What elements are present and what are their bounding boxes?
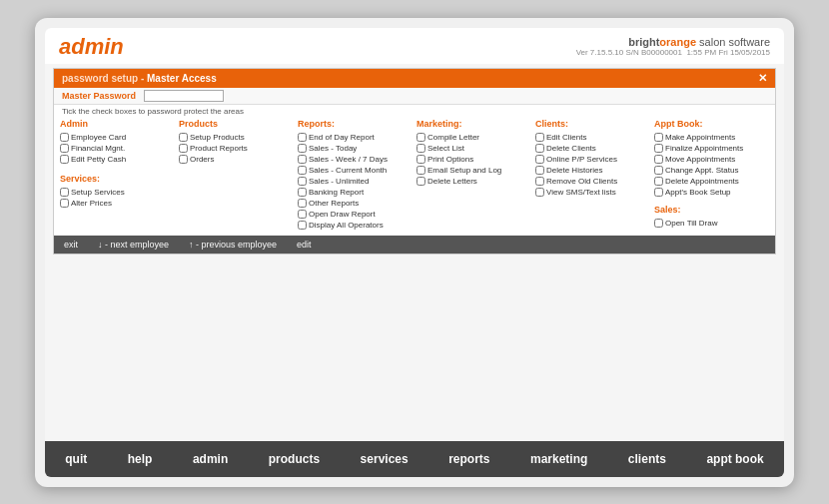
change-appt-status-checkbox[interactable]: [654, 166, 663, 175]
logo-area: brightorange salon software Ver 7.15.5.1…: [576, 36, 770, 57]
move-appointments-label: Move Appointments: [665, 155, 735, 164]
nav-clients[interactable]: clients: [618, 444, 676, 474]
device-frame: admin brightorange salon software Ver 7.…: [35, 18, 794, 487]
view-sms-checkbox[interactable]: [535, 188, 544, 197]
appts-book-setup-checkbox[interactable]: [654, 188, 663, 197]
delete-appointments-label: Delete Appointments: [665, 177, 739, 186]
modal-close-button[interactable]: ✕: [758, 72, 767, 85]
list-item: Finalize Appointments: [654, 144, 769, 153]
edit-clients-checkbox[interactable]: [535, 133, 544, 142]
online-pp-services-label: Online P/P Services: [546, 155, 617, 164]
nav-appt-book[interactable]: appt book: [696, 444, 773, 474]
banking-report-checkbox[interactable]: [298, 188, 307, 197]
list-item: Delete Clients: [535, 144, 650, 153]
alter-prices-checkbox[interactable]: [60, 199, 69, 208]
sales-header: Sales:: [654, 205, 769, 216]
sales-current-month-checkbox[interactable]: [298, 166, 307, 175]
delete-clients-checkbox[interactable]: [535, 144, 544, 153]
services-header: Services:: [60, 174, 175, 185]
list-item: Delete Histories: [535, 166, 650, 175]
nav-marketing[interactable]: marketing: [520, 444, 597, 474]
orders-checkbox[interactable]: [179, 155, 188, 164]
display-all-operators-checkbox[interactable]: [298, 221, 307, 230]
list-item: Alter Prices: [60, 199, 175, 208]
logo-bright: bright: [628, 36, 659, 48]
list-item: Sales - Unlimited: [298, 177, 413, 186]
list-item: Make Appointments: [654, 133, 769, 142]
list-item: Select List: [416, 144, 531, 153]
admin-column: Admin Employee Card Financial Mgnt. Edit…: [60, 119, 175, 232]
setup-services-checkbox[interactable]: [60, 188, 69, 197]
open-till-draw-checkbox[interactable]: [654, 219, 663, 228]
setup-services-label: Setup Services: [71, 188, 125, 197]
device-inner: admin brightorange salon software Ver 7.…: [45, 28, 784, 477]
make-appointments-checkbox[interactable]: [654, 133, 663, 142]
list-item: Edit Petty Cash: [60, 155, 175, 164]
list-item: View SMS/Text lists: [535, 188, 650, 197]
other-reports-checkbox[interactable]: [298, 199, 307, 208]
financial-mgnt-checkbox[interactable]: [60, 144, 69, 153]
delete-histories-checkbox[interactable]: [535, 166, 544, 175]
sales-current-month-label: Sales - Current Month: [309, 166, 387, 175]
delete-letters-label: Delete Letters: [427, 177, 477, 186]
employee-card-checkbox[interactable]: [60, 133, 69, 142]
online-pp-services-checkbox[interactable]: [535, 155, 544, 164]
list-item: Email Setup and Log: [416, 166, 531, 175]
exit-button[interactable]: exit: [64, 240, 78, 250]
products-column: Products Setup Products Product Reports …: [179, 119, 294, 232]
move-appointments-checkbox[interactable]: [654, 155, 663, 164]
nav-services[interactable]: services: [351, 444, 418, 474]
list-item: Financial Mgnt.: [60, 144, 175, 153]
delete-appointments-checkbox[interactable]: [654, 177, 663, 186]
edit-petty-cash-label: Edit Petty Cash: [71, 155, 126, 164]
change-appt-status-label: Change Appt. Status: [665, 166, 738, 175]
main-content: password setup - Master Access ✕ Master …: [45, 64, 784, 441]
list-item: Delete Appointments: [654, 177, 769, 186]
open-till-draw-label: Open Till Draw: [665, 219, 717, 228]
edit-petty-cash-checkbox[interactable]: [60, 155, 69, 164]
remove-old-clients-checkbox[interactable]: [535, 177, 544, 186]
prev-employee-button[interactable]: ↑ - previous employee: [189, 240, 277, 250]
modal-header: password setup - Master Access ✕: [54, 69, 775, 88]
finalize-appointments-label: Finalize Appointments: [665, 144, 743, 153]
list-item: Delete Letters: [416, 177, 531, 186]
next-employee-button[interactable]: ↓ - next employee: [98, 240, 169, 250]
select-list-checkbox[interactable]: [416, 144, 425, 153]
nav-quit[interactable]: quit: [55, 444, 97, 474]
list-item: Employee Card: [60, 133, 175, 142]
sales-week-checkbox[interactable]: [298, 155, 307, 164]
list-item: Sales - Current Month: [298, 166, 413, 175]
list-item: Move Appointments: [654, 155, 769, 164]
appts-book-setup-label: Appt's Book Setup: [665, 188, 731, 197]
sales-unlimited-checkbox[interactable]: [298, 177, 307, 186]
delete-letters-checkbox[interactable]: [416, 177, 425, 186]
modal-title: password setup - Master Access: [62, 73, 217, 84]
email-setup-checkbox[interactable]: [416, 166, 425, 175]
print-options-checkbox[interactable]: [416, 155, 425, 164]
nav-admin[interactable]: admin: [183, 444, 238, 474]
master-password-input[interactable]: [144, 90, 224, 102]
make-appointments-label: Make Appointments: [665, 133, 735, 142]
list-item: Open Draw Report: [298, 210, 413, 219]
open-draw-report-label: Open Draw Report: [309, 210, 376, 219]
setup-products-checkbox[interactable]: [179, 133, 188, 142]
list-item: Banking Report: [298, 188, 413, 197]
nav-products[interactable]: products: [259, 444, 330, 474]
product-reports-checkbox[interactable]: [179, 144, 188, 153]
end-of-day-report-checkbox[interactable]: [298, 133, 307, 142]
edit-button[interactable]: edit: [297, 240, 312, 250]
list-item: Display All Operators: [298, 221, 413, 230]
nav-reports[interactable]: reports: [438, 444, 499, 474]
list-item: Orders: [179, 155, 294, 164]
open-draw-report-checkbox[interactable]: [298, 210, 307, 219]
compile-letter-checkbox[interactable]: [416, 133, 425, 142]
financial-mgnt-label: Financial Mgnt.: [71, 144, 125, 153]
modal-footer: exit ↓ - next employee ↑ - previous empl…: [54, 236, 775, 253]
sales-today-label: Sales - Today: [309, 144, 357, 153]
sales-today-checkbox[interactable]: [298, 144, 307, 153]
nav-help[interactable]: help: [118, 444, 163, 474]
finalize-appointments-checkbox[interactable]: [654, 144, 663, 153]
list-item: Online P/P Services: [535, 155, 650, 164]
other-reports-label: Other Reports: [309, 199, 359, 208]
admin-header: Admin: [60, 119, 175, 130]
